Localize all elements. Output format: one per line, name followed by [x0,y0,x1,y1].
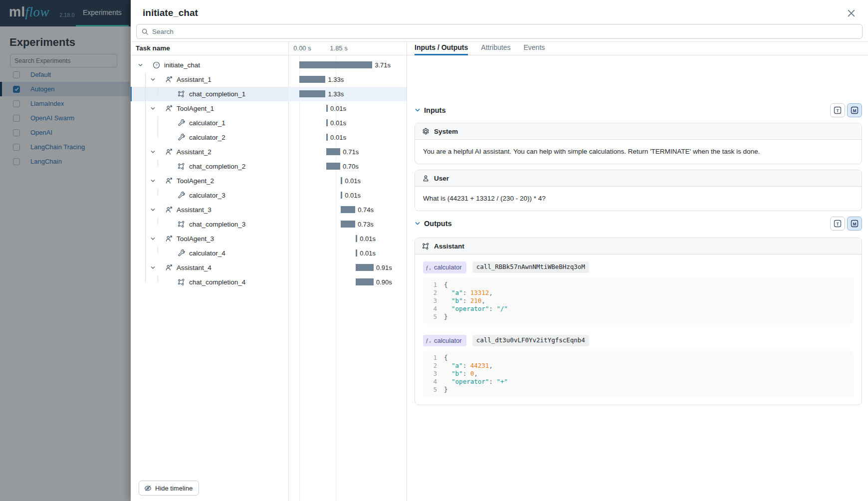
tab-attributes[interactable]: Attributes [481,41,510,55]
tree-row[interactable]: chat_completion_3 [131,217,288,232]
chevron-down-icon[interactable] [150,265,165,270]
chevron-down-icon[interactable] [415,221,421,227]
tab-events[interactable]: Events [523,41,545,55]
outputs-section-label: Outputs [424,220,452,228]
tree-row[interactable]: ToolAgent_1 [131,101,288,116]
timeline-bar[interactable] [299,61,372,68]
task-name-label: calculator_1 [189,119,225,127]
json-code-block: 1{2 "a": 44231,3 "b": 0,4 "operator": "+… [423,351,854,397]
timeline-row[interactable]: 0.01s [288,130,407,145]
timeline-row[interactable]: 0.73s [288,217,407,232]
system-card-header: System [415,123,862,140]
tree-row[interactable]: chat_completion_4 [131,275,288,289]
timeline-row[interactable]: 0.71s [288,145,407,159]
task-name-label: calculator_2 [189,134,225,141]
timeline-row[interactable]: 1.33s [288,87,407,101]
code-line: 1{ [428,354,849,362]
tree-row[interactable]: chat_completion_1 [131,87,288,101]
code-line: 3 "b": 210, [428,297,849,305]
tree-row[interactable]: Assistant_3 [131,203,288,217]
timeline-bar[interactable] [356,278,373,285]
timeline-bar[interactable] [299,90,325,97]
timeline-bar[interactable] [299,76,325,83]
timeline-row[interactable]: 0.01s [288,246,407,260]
system-card-title: System [434,128,458,135]
duration-label: 0.01s [330,105,346,112]
text-view-toggle[interactable]: T [830,103,845,117]
trace-search-input[interactable] [152,28,858,35]
chevron-down-icon[interactable] [150,207,165,213]
chevron-down-icon[interactable] [138,62,153,68]
chevron-down-icon[interactable] [150,236,165,242]
call-id-chip[interactable]: call_RBBk57nAwnNMtiWBeBHzq3oM [472,261,589,273]
close-icon[interactable] [845,7,857,19]
task-name-label: calculator_4 [189,250,225,257]
timeline-row[interactable]: 0.70s [288,159,407,174]
timeline-bar[interactable] [341,177,343,184]
timeline-row[interactable]: 1.33s [288,72,407,87]
tree-row[interactable]: calculator_4 [131,246,288,260]
timeline-row[interactable]: 0.91s [288,260,407,275]
svg-text:M: M [853,222,856,227]
markdown-view-toggle[interactable]: M [847,103,862,117]
timeline-panel: 3.71s1.33s1.33s0.01s0.01s0.01s0.71s0.70s… [288,55,407,501]
call-id-chip[interactable]: call_dt3u0vLF0Yv2itYgfscEqnb4 [472,335,589,346]
tree-row[interactable]: calculator_2 [131,130,288,145]
tree-connector-line [158,116,158,138]
inputs-section-label: Inputs [424,106,446,114]
chevron-down-icon[interactable] [150,77,165,82]
tool-call-list: fxcalculatorcall_RBBk57nAwnNMtiWBeBHzq3o… [415,254,862,405]
svg-text:f: f [426,338,429,343]
timeline-bar[interactable] [326,148,340,155]
timeline-bar[interactable] [326,119,328,126]
tree-connector-line [145,73,146,282]
timeline-row[interactable]: 0.01s [288,101,407,116]
duration-label: 0.74s [358,206,374,214]
tool-call-block: fxcalculatorcall_RBBk57nAwnNMtiWBeBHzq3o… [423,261,854,324]
timeline-bar[interactable] [341,192,343,199]
tree-row[interactable]: calculator_3 [131,188,288,203]
code-line: 1{ [428,281,849,289]
code-line: 5} [428,313,849,321]
timeline-bar[interactable] [356,264,374,271]
inputs-section-header: Inputs TM [415,102,862,119]
text-view-toggle[interactable]: T [830,217,845,231]
tree-row[interactable]: Assistant_4 [131,260,288,275]
chevron-down-icon[interactable] [150,178,165,184]
task-name-label: calculator_3 [189,192,225,199]
outputs-view-toggle: TM [830,217,862,231]
chevron-down-icon[interactable] [150,106,165,111]
timeline-bar[interactable] [341,206,355,213]
timeline-row[interactable]: 0.01s [288,116,407,130]
chevron-down-icon[interactable] [415,107,421,113]
timeline-row[interactable]: 0.01s [288,174,407,188]
timeline-bar[interactable] [326,163,340,170]
model-icon [422,243,430,250]
tree-row[interactable]: calculator_1 [131,116,288,130]
svg-text:f: f [426,264,429,270]
tree-row[interactable]: Assistant_1 [131,72,288,87]
tab-inputs-outputs[interactable]: Inputs / Outputs [415,41,468,55]
tree-row[interactable]: ?initiate_chat [131,58,288,72]
timeline-bar[interactable] [341,221,355,228]
agent-icon [165,206,177,214]
timeline-row[interactable]: 0.74s [288,203,407,217]
timeline-bar[interactable] [326,105,328,112]
chevron-down-icon[interactable] [150,149,165,155]
tree-row[interactable]: chat_completion_2 [131,159,288,174]
timeline-bar[interactable] [326,134,328,141]
task-name-label: Assistant_2 [177,148,212,156]
timeline-bar[interactable] [356,250,358,256]
tree-row[interactable]: Assistant_2 [131,145,288,159]
hide-timeline-button[interactable]: Hide timeline [139,481,199,496]
timeline-row[interactable]: 3.71s [288,58,407,72]
timeline-row[interactable]: 0.90s [288,275,407,289]
timeline-bar[interactable] [356,235,358,242]
timeline-row[interactable]: 0.01s [288,232,407,246]
markdown-view-toggle[interactable]: M [847,217,862,231]
tree-row[interactable]: ToolAgent_3 [131,232,288,246]
tree-row[interactable]: ToolAgent_2 [131,174,288,188]
duration-label: 3.71s [375,61,391,69]
timeline-row[interactable]: 0.01s [288,188,407,203]
code-line: 4 "operator": "/" [428,305,849,313]
